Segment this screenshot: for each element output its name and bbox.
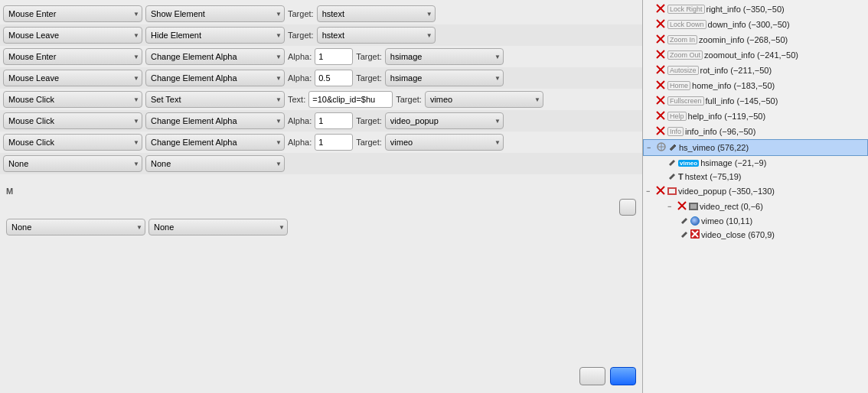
tree-item-3[interactable]: Zoom Outzoomout_info (−241,−50): [643, 47, 868, 63]
tree-item-2[interactable]: Zoom Inzoomin_info (−268,−50): [643, 32, 868, 47]
event-select-2[interactable]: Mouse Enter: [3, 48, 142, 65]
pencil-icon-9: [668, 142, 677, 153]
event-select-6[interactable]: Mouse Click: [3, 134, 142, 151]
target-label-2: Target:: [356, 52, 382, 61]
node-name-1: down_info (−300,−50): [708, 20, 790, 29]
alpha-input-3[interactable]: [315, 70, 353, 86]
action-select-4[interactable]: Set Text: [145, 91, 285, 108]
event-row-0: Mouse EnterShow ElementTarget:hstext: [0, 3, 642, 24]
target-label-6: Target:: [356, 138, 382, 147]
event-select-1[interactable]: Mouse Leave: [3, 27, 142, 44]
small-label-6: Fullscreen: [667, 96, 704, 106]
modifier-source-select[interactable]: None: [148, 219, 288, 235]
tree-item-5[interactable]: Homehome_info (−183,−50): [643, 78, 868, 93]
alpha-input-2[interactable]: [315, 48, 353, 65]
cancel-button[interactable]: [579, 367, 605, 385]
tree-item-15[interactable]: video_close (670,9): [643, 228, 868, 242]
action-select-wrapper-5: Change Element Alpha: [145, 112, 285, 129]
node-name-3: zoomout_info (−241,−50): [704, 50, 798, 60]
action-select-6[interactable]: Change Element Alpha: [145, 134, 285, 151]
node-name-10: hsimage (−21,−9): [700, 158, 766, 167]
tree-item-12[interactable]: −video_popup (−350,−130): [643, 184, 868, 199]
node-name-8: info_info (−96,−50): [685, 127, 755, 136]
modifier-target-select[interactable]: None: [6, 219, 145, 235]
expand-icon-12[interactable]: −: [646, 187, 654, 195]
event-select-wrapper-1: Mouse Leave: [3, 27, 142, 44]
event-select-wrapper-2: Mouse Enter: [3, 48, 142, 65]
tree-item-8[interactable]: Infoinfo_info (−96,−50): [643, 124, 868, 139]
target-select-2[interactable]: hsimage: [385, 48, 504, 65]
add-modifier-button[interactable]: [619, 199, 636, 216]
event-row-7: NoneNone: [0, 153, 642, 174]
action-select-2[interactable]: Change Element Alpha: [145, 48, 285, 65]
globe-icon-14: [690, 216, 700, 226]
event-row-5: Mouse ClickChange Element AlphaAlpha:Tar…: [0, 110, 642, 132]
tree-item-4[interactable]: Autosizerot_info (−211,−50): [643, 63, 868, 78]
event-select-wrapper-0: Mouse Enter: [3, 5, 142, 22]
node-name-12: video_popup (−350,−130): [678, 187, 775, 196]
small-label-8: Info: [667, 127, 684, 136]
event-select-wrapper-7: None: [3, 155, 142, 172]
action-select-0[interactable]: Show Element: [145, 5, 285, 22]
bottom-buttons: [0, 362, 642, 390]
expand-icon-9[interactable]: −: [647, 144, 654, 151]
target-select-wrapper-6: vimeo: [385, 134, 504, 151]
text-input-4[interactable]: [308, 91, 393, 108]
tree-item-13[interactable]: −video_rect (0,−6): [643, 199, 868, 214]
alpha-input-6[interactable]: [315, 134, 353, 151]
modifier-selects-row: None None: [6, 219, 636, 235]
alpha-input-5[interactable]: [315, 112, 353, 129]
target-select-1[interactable]: hstext: [317, 27, 436, 44]
action-select-5[interactable]: Change Element Alpha: [145, 112, 285, 129]
rows-container: Mouse EnterShow ElementTarget:hstextMous…: [0, 3, 642, 174]
tree-item-6[interactable]: Fullscreenfull_info (−145,−50): [643, 93, 868, 109]
alpha-label-5: Alpha:: [288, 116, 312, 125]
event-select-7[interactable]: None: [3, 155, 142, 172]
action-select-wrapper-0: Show Element: [145, 5, 285, 22]
action-select-wrapper-6: Change Element Alpha: [145, 134, 285, 151]
target-select-wrapper-5: video_popup: [385, 112, 504, 129]
action-select-3[interactable]: Change Element Alpha: [145, 70, 285, 86]
tree-item-10[interactable]: vimeohsimage (−21,−9): [643, 156, 868, 170]
node-name-4: rot_info (−211,−50): [700, 66, 772, 75]
event-select-5[interactable]: Mouse Click: [3, 112, 142, 129]
tree-item-14[interactable]: vimeo (10,11): [643, 214, 868, 228]
action-select-wrapper-1: Hide Element: [145, 27, 285, 44]
small-label-4: Autosize: [667, 66, 699, 75]
tree-item-9[interactable]: −hs_vimeo (576,22): [643, 139, 868, 156]
target-select-wrapper-1: hstext: [317, 27, 436, 44]
event-select-4[interactable]: Mouse Click: [3, 91, 142, 108]
target-select-4[interactable]: vimeo: [425, 91, 543, 108]
x-icon-2: [655, 34, 666, 46]
target-select-wrapper-4: vimeo: [425, 91, 543, 108]
target-label-5: Target:: [356, 116, 382, 125]
event-select-wrapper-6: Mouse Click: [3, 134, 142, 151]
target-label-4: Target:: [396, 95, 422, 104]
target-select-0[interactable]: hstext: [317, 5, 436, 22]
target-label-1: Target:: [288, 31, 314, 40]
action-select-7[interactable]: None: [145, 155, 285, 172]
modifiers-header-row: [6, 199, 636, 216]
pencil-icon-10: [667, 158, 677, 168]
event-select-0[interactable]: Mouse Enter: [3, 5, 142, 22]
small-label-1: Lock Down: [667, 20, 706, 29]
event-select-3[interactable]: Mouse Leave: [3, 70, 142, 86]
node-name-6: full_info (−145,−50): [706, 96, 778, 106]
action-select-1[interactable]: Hide Element: [145, 27, 285, 44]
tree-item-1[interactable]: Lock Downdown_info (−300,−50): [643, 17, 868, 32]
small-label-2: Zoom In: [667, 35, 697, 44]
ok-button[interactable]: [610, 367, 636, 385]
tree-item-0[interactable]: Lock Rightright_info (−350,−50): [643, 2, 868, 17]
text-label-4: Text:: [288, 95, 305, 104]
target-select-6[interactable]: vimeo: [385, 134, 504, 151]
rect-icon-12: [667, 187, 677, 195]
expand-icon-13[interactable]: −: [667, 203, 675, 210]
target-select-5[interactable]: video_popup: [385, 112, 504, 129]
tree-item-11[interactable]: Thstext (−75,19): [643, 170, 868, 184]
x-icon-13: [677, 200, 687, 213]
x-icon-0: [655, 3, 666, 15]
x-icon-5: [655, 80, 666, 92]
node-name-7: help_info (−119,−50): [688, 112, 766, 121]
target-select-3[interactable]: hsimage: [385, 70, 504, 86]
tree-item-7[interactable]: Helphelp_info (−119,−50): [643, 109, 868, 124]
